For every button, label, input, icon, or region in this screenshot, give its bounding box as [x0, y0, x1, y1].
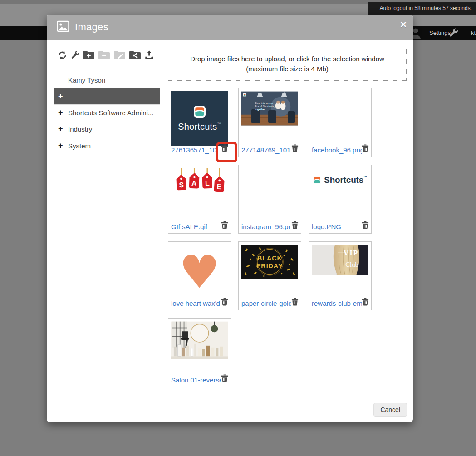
trash-icon[interactable] [221, 374, 228, 384]
tree-item-selected[interactable]: + [54, 88, 160, 105]
image-thumbnail-salon-photo[interactable] [171, 321, 228, 359]
image-thumbnail-sale-tags[interactable]: S A L E [171, 168, 228, 219]
svg-text:FRIDAY: FRIDAY [257, 262, 283, 270]
close-icon[interactable]: × [400, 19, 407, 30]
image-card: BLACK FRIDAY paper-circle-gold... [238, 241, 301, 310]
dialog-title: Images [75, 21, 108, 33]
tree-item-industry[interactable]: + Industry [54, 121, 160, 137]
trash-icon[interactable] [221, 221, 228, 231]
folder-toolbar [54, 47, 160, 63]
svg-text:together.: together. [255, 108, 266, 111]
expand-plus-icon[interactable]: + [58, 124, 65, 134]
footer-divider [47, 397, 413, 397]
tree-item-label: System [68, 142, 91, 150]
dropzone-line1: Drop image files here to upload, or clic… [168, 54, 406, 64]
svg-text:Era of Shortcuts,: Era of Shortcuts, [255, 105, 275, 108]
folder-tree: Kamy Tyson + + Shortcuts Software Admini… [54, 72, 160, 154]
image-card: S A L E GIf sALE.gif [168, 165, 231, 234]
image-filename-link[interactable]: GIf sALE.gif [171, 223, 207, 230]
folder-share-icon[interactable] [129, 50, 141, 60]
tree-item-shortcuts-software[interactable]: + Shortcuts Software Admini... [54, 105, 160, 121]
image-card: Salon 01-reverse. [168, 318, 231, 387]
dialog-header: Images × [47, 15, 413, 40]
images-icon [57, 20, 69, 34]
folder-add-icon[interactable] [83, 50, 95, 60]
upload-icon[interactable] [144, 50, 154, 60]
tree-item-system[interactable]: + System [54, 137, 160, 154]
dropzone-line2: (maximum file size is 4 Mb) [168, 64, 406, 74]
image-filename-link[interactable]: 276136571_10... [171, 146, 221, 154]
image-filename-link[interactable]: love heart wax'd... [171, 299, 221, 307]
image-card: Shortcuts™ logo.PNG [309, 165, 372, 234]
trash-icon[interactable] [291, 221, 299, 231]
trash-icon[interactable] [362, 221, 369, 231]
settings-wrench-icon[interactable] [448, 28, 458, 39]
tree-item-label: Shortcuts Software Admini... [68, 109, 153, 117]
image-card: instagram_96.png [238, 165, 301, 234]
svg-text:A: A [191, 179, 197, 187]
trash-icon[interactable] [291, 298, 299, 308]
image-thumbnail-salon-promo[interactable]: Step into a new Era of Shortcuts, togeth… [241, 91, 298, 126]
trash-icon[interactable] [291, 144, 299, 154]
heart-glyph: ♥ [179, 247, 220, 297]
tree-item-label: Kamy Tyson [68, 76, 105, 84]
expand-plus-icon[interactable]: + [58, 108, 65, 118]
settings-button[interactable]: Settings [429, 29, 451, 36]
expand-plus-icon[interactable]: + [58, 141, 65, 151]
refresh-icon[interactable] [58, 50, 67, 60]
folder-remove-icon[interactable] [98, 50, 110, 60]
image-filename-link[interactable]: paper-circle-gold... [241, 299, 291, 307]
image-filename-link[interactable]: instagram_96.png [241, 223, 291, 230]
svg-text:Step into a new: Step into a new [255, 102, 274, 104]
tree-item-label: Industry [68, 125, 92, 133]
image-thumbnail-shortcuts-logo[interactable]: Shortcuts™ [312, 168, 368, 185]
auto-logout-toast: Auto logout in 58 minutes 57 seconds. [368, 2, 476, 15]
cancel-button[interactable]: Cancel [373, 403, 407, 417]
svg-text:Club: Club [345, 261, 358, 268]
image-filename-link[interactable]: Salon 01-reverse. [171, 376, 221, 384]
trash-icon[interactable] [362, 298, 369, 308]
image-thumbnail-vip-club[interactable]: VIP Club [312, 245, 368, 275]
svg-text:L: L [205, 179, 210, 187]
wrench-icon[interactable] [70, 50, 79, 59]
delete-highlight-box [216, 142, 237, 162]
tree-item-kamy-tyson[interactable]: Kamy Tyson [54, 72, 160, 88]
image-filename-link[interactable]: rewards-club-em... [312, 299, 362, 307]
expand-plus-icon[interactable]: + [58, 92, 65, 101]
svg-text:VIP: VIP [344, 249, 358, 257]
username-label[interactable]: kt [471, 29, 476, 36]
upload-dropzone[interactable]: Drop image files here to upload, or clic… [168, 47, 407, 81]
image-card: facebook_96.png [309, 88, 372, 157]
svg-text:E: E [216, 183, 221, 191]
trash-icon[interactable] [221, 298, 228, 308]
image-card: Step into a new Era of Shortcuts, togeth… [238, 88, 301, 157]
svg-text:S: S [179, 181, 184, 189]
svg-text:BLACK: BLACK [257, 255, 282, 262]
image-filename-link[interactable]: facebook_96.png [312, 146, 362, 154]
image-card: ♥ love heart wax'd... [168, 241, 231, 310]
folder-edit-icon[interactable] [113, 50, 126, 60]
image-card: VIP Club rewards-club-em... [309, 241, 372, 310]
image-thumbnail-heart[interactable]: ♥ [171, 245, 228, 297]
trash-icon[interactable] [362, 144, 369, 154]
image-thumbnail-black-friday[interactable]: BLACK FRIDAY [241, 245, 298, 279]
image-filename-link[interactable]: 277148769_101... [241, 146, 291, 154]
images-dialog: Images × Kamy Tyson + [47, 15, 413, 422]
image-filename-link[interactable]: logo.PNG [312, 223, 341, 230]
image-thumbnail-shortcuts-dark[interactable]: Shortcuts™ [171, 91, 228, 146]
